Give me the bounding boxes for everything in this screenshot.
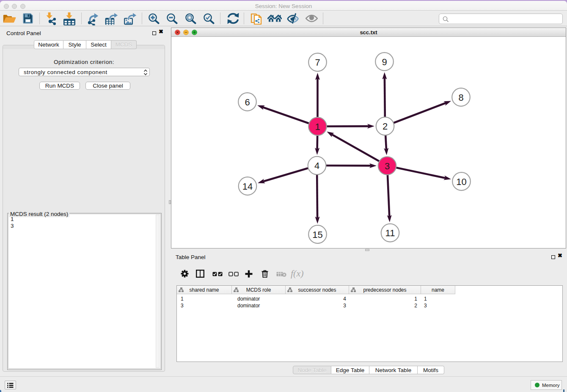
- svg-text:9: 9: [382, 57, 387, 67]
- svg-text:8: 8: [458, 92, 463, 103]
- svg-text:11: 11: [385, 228, 395, 238]
- svg-text:1: 1: [315, 121, 320, 132]
- svg-text:14: 14: [242, 181, 253, 192]
- svg-text:15: 15: [312, 229, 322, 240]
- svg-text:10: 10: [456, 177, 466, 187]
- svg-text:2: 2: [383, 121, 388, 132]
- svg-text:4: 4: [314, 160, 319, 171]
- svg-text:7: 7: [315, 57, 320, 68]
- svg-text:3: 3: [385, 161, 390, 171]
- svg-text:6: 6: [245, 97, 250, 108]
